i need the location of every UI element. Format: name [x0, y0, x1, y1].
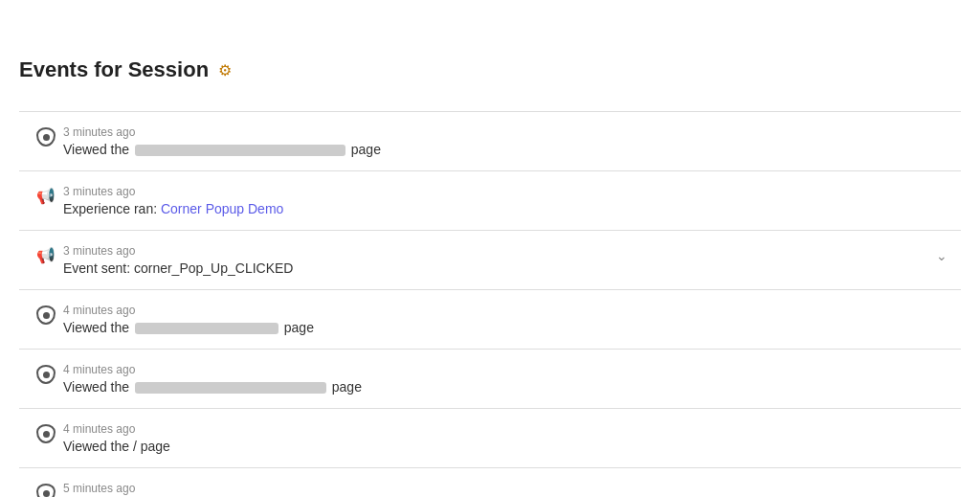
event-time: 4 minutes ago: [63, 422, 951, 436]
megaphone-icon: 📢: [29, 244, 63, 264]
event-time: 3 minutes ago: [63, 244, 932, 258]
event-time: 5 minutes ago: [63, 482, 951, 495]
event-time: 3 minutes ago: [63, 125, 951, 139]
eye-icon: [29, 422, 63, 443]
page-container: Events for Session ⚙ 3 minutes agoViewed…: [0, 0, 980, 497]
blurred-url: █████████████: [135, 145, 345, 156]
event-time: 4 minutes ago: [63, 304, 951, 317]
eye-icon: [29, 482, 63, 497]
event-description: Experience ran: Corner Popup Demo: [63, 201, 951, 216]
gear-icon[interactable]: ⚙: [218, 61, 232, 79]
experience-link[interactable]: Corner Popup Demo: [161, 201, 283, 216]
event-row: 📢3 minutes agoEvent sent: corner_Pop_Up_…: [19, 231, 961, 290]
blurred-url: █████████████: [135, 323, 278, 334]
event-row: 5 minutes agoViewed the / page: [19, 468, 961, 497]
event-row: 4 minutes agoViewed the █████████████ pa…: [19, 350, 961, 409]
megaphone-icon: 📢: [29, 185, 63, 205]
page-title: Events for Session: [19, 57, 209, 82]
event-time: 4 minutes ago: [63, 363, 951, 376]
eye-icon: [29, 125, 63, 147]
event-description: Viewed the █████████████ page: [63, 142, 951, 157]
events-list: 3 minutes agoViewed the █████████████ pa…: [19, 111, 961, 497]
page-header: Events for Session ⚙: [19, 57, 961, 82]
event-row: 📢3 minutes agoExperience ran: Corner Pop…: [19, 171, 961, 231]
event-row: 4 minutes agoViewed the / page: [19, 409, 961, 468]
blurred-url: █████████████: [135, 382, 326, 394]
eye-icon: [29, 304, 63, 325]
event-description: Viewed the █████████████ page: [63, 320, 951, 335]
event-row: 4 minutes agoViewed the █████████████ pa…: [19, 290, 961, 350]
event-time: 3 minutes ago: [63, 185, 951, 198]
event-description: Viewed the █████████████ page: [63, 379, 951, 395]
event-row: 3 minutes agoViewed the █████████████ pa…: [19, 112, 961, 171]
event-description: Event sent: corner_Pop_Up_CLICKED: [63, 260, 932, 276]
expand-button[interactable]: ⌄: [932, 244, 951, 267]
eye-icon: [29, 363, 63, 384]
event-description: Viewed the / page: [63, 439, 951, 454]
